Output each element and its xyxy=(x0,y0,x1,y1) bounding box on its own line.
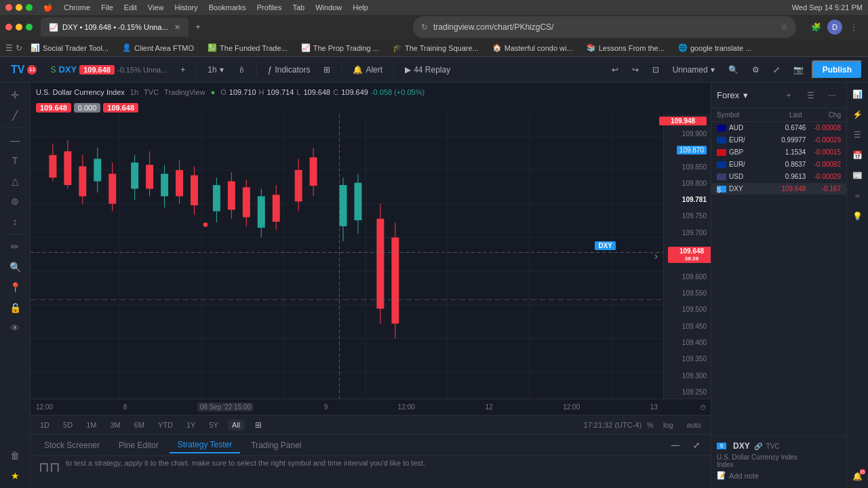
tab-close-icon[interactable]: ✕ xyxy=(174,23,180,32)
chrome-minimize[interactable] xyxy=(16,24,22,30)
symbol-selector[interactable]: S DXY 109.648 -0.15% Unna... xyxy=(45,62,172,77)
log-button[interactable]: log xyxy=(659,420,677,430)
dxy-link-icon[interactable]: 🔗 xyxy=(754,443,762,450)
trash-tool[interactable]: 🗑 xyxy=(4,446,26,465)
timeframe-all[interactable]: All xyxy=(228,420,244,430)
add-symbol-button[interactable]: + xyxy=(175,62,191,77)
watchlist-row-eur1[interactable]: EUR/ 0.99977 -0.00029 xyxy=(711,134,846,146)
magnet-tool[interactable]: 📍 xyxy=(4,278,26,297)
publish-button[interactable]: Publish xyxy=(812,60,863,79)
watchlist-row-dxy[interactable]: $ DXY 109.648 -0.167 xyxy=(711,183,846,195)
watchlist-edge-icon[interactable]: ☰ xyxy=(849,126,867,144)
watchlist-row-eur2[interactable]: EUR/ 0.8637 -0.00082 xyxy=(711,159,846,171)
trend-line-tool[interactable]: ╱ xyxy=(4,106,26,125)
alert-button[interactable]: 🔔 Alert xyxy=(347,62,388,77)
timeframe-6m[interactable]: 6M xyxy=(130,420,149,430)
menu-window[interactable]: Window xyxy=(315,3,342,12)
expand-button[interactable]: ⤢ xyxy=(768,62,785,77)
menu-bookmarks[interactable]: Bookmarks xyxy=(209,3,246,12)
bookmark-social-trader[interactable]: 📊 Social Trader Tool... xyxy=(25,42,114,54)
menu-file[interactable]: File xyxy=(101,3,113,12)
bookmark-funded-trade[interactable]: 💹 The Funded Trade... xyxy=(202,42,293,54)
bookmark-prop-trading[interactable]: 📈 The Prop Trading ... xyxy=(296,42,384,54)
redo-button[interactable]: ↪ xyxy=(627,62,644,77)
time-zone-icon[interactable]: ⏱ xyxy=(700,403,707,411)
timeframe-ytd[interactable]: YTD xyxy=(154,420,177,430)
watchlist-settings-icon[interactable]: ☰ xyxy=(802,87,819,104)
indicators-button[interactable]: ƒ Indicators xyxy=(262,62,316,77)
replay-button[interactable]: ▶ 44 Replay xyxy=(399,62,456,77)
indicators-edge-icon[interactable]: ≈ xyxy=(849,187,867,205)
news-edge-icon[interactable]: 📰 xyxy=(849,167,867,184)
compare-button[interactable]: ⊞ xyxy=(250,418,267,432)
active-tab[interactable]: 📈 DXY • 109.648 • -0.15% Unna... ✕ xyxy=(41,18,189,37)
lock-tool[interactable]: 🔒 xyxy=(4,298,26,317)
chart-canvas[interactable]: DXY › xyxy=(31,114,663,399)
alerts-edge-icon[interactable]: 🔔 35 xyxy=(849,468,867,485)
menu-tab[interactable]: Tab xyxy=(292,3,304,12)
expand-chart-button[interactable]: › xyxy=(654,250,658,262)
auto-button[interactable]: auto xyxy=(683,420,705,430)
chrome-extensions-icon[interactable]: 🧩 xyxy=(807,18,825,36)
timeframe-1d[interactable]: 1D xyxy=(36,420,54,430)
fullscreen-button[interactable]: ⊡ xyxy=(647,62,665,77)
undo-button[interactable]: ↩ xyxy=(606,62,624,77)
tab-stock-screener[interactable]: Stock Screener xyxy=(36,438,108,453)
add-note-button[interactable]: 📝 Add note xyxy=(717,468,841,483)
close-window-button[interactable] xyxy=(5,4,12,11)
forex-dropdown-icon[interactable]: ▾ xyxy=(743,90,748,100)
chart-type-button[interactable]: 🕯 xyxy=(232,62,251,77)
chrome-close[interactable] xyxy=(5,24,12,30)
chrome-maximize[interactable] xyxy=(26,24,33,30)
menu-chrome[interactable]: Chrome xyxy=(64,3,90,12)
timeframe-selector[interactable]: 1h ▾ xyxy=(202,62,229,77)
address-bar[interactable]: ↻ tradingview.com/chart/PKhizgCS/ ☆ xyxy=(413,16,796,38)
zoom-tool[interactable]: 🔍 xyxy=(4,258,26,277)
bookmark-icon[interactable]: ☆ xyxy=(781,22,788,32)
timeframe-5y[interactable]: 5Y xyxy=(205,420,222,430)
timeframe-1y[interactable]: 1Y xyxy=(182,420,199,430)
minimize-panel-button[interactable]: — xyxy=(666,438,685,453)
apple-menu[interactable]: 🍎 xyxy=(43,3,53,12)
watchlist-row-usd[interactable]: USD 0.9613 -0.00029 xyxy=(711,171,846,183)
tab-trading-panel[interactable]: Trading Panel xyxy=(243,438,309,453)
expand-panel-button[interactable]: ⤢ xyxy=(688,438,705,453)
camera-button[interactable]: 📷 xyxy=(788,62,809,77)
arrow-tool[interactable]: ↕ xyxy=(4,212,26,231)
watchlist-row-gbp[interactable]: GBP 1.1534 -0.00015 xyxy=(711,146,846,159)
menu-view[interactable]: View xyxy=(148,3,164,12)
text-tool[interactable]: T xyxy=(4,151,26,170)
settings-button[interactable]: ⚙ xyxy=(747,62,765,77)
horizontal-line-tool[interactable]: — xyxy=(4,131,26,150)
timeframe-3m[interactable]: 3M xyxy=(106,420,124,430)
chrome-window-controls[interactable] xyxy=(5,24,33,30)
window-controls[interactable] xyxy=(5,4,33,11)
menu-history[interactable]: History xyxy=(174,3,197,12)
bookmark-lessons[interactable]: 📚 Lessons From the... xyxy=(581,42,670,54)
url-text[interactable]: tradingview.com/chart/PKhizgCS/ xyxy=(433,22,775,32)
fibonacci-tool[interactable]: ⊚ xyxy=(4,192,26,211)
menu-edit[interactable]: Edit xyxy=(124,3,137,12)
bookmark-training-square[interactable]: 🎓 The Training Square... xyxy=(387,42,484,54)
chrome-profile-icon[interactable]: D xyxy=(827,20,842,35)
templates-button[interactable]: ⊞ xyxy=(318,62,336,77)
layout-button[interactable]: Unnamed ▾ xyxy=(667,62,720,77)
bookmark-google-translate[interactable]: 🌐 google translate ... xyxy=(673,42,757,54)
calendar-edge-icon[interactable]: 📅 xyxy=(849,146,867,164)
measure-tool[interactable]: ✏ xyxy=(4,237,26,256)
watchlist-row-aud[interactable]: AUD 0.6746 -0.00008 xyxy=(711,122,846,134)
menu-help[interactable]: Help xyxy=(353,3,368,12)
search-button[interactable]: 🔍 xyxy=(723,62,744,77)
tab-strategy-tester[interactable]: Strategy Tester xyxy=(170,437,240,453)
ideas-edge-icon[interactable]: 💡 xyxy=(849,207,867,225)
favorite-tool[interactable]: ★ xyxy=(4,466,26,485)
cursor-tool[interactable]: ✛ xyxy=(4,85,26,104)
chrome-menu-icon[interactable]: ⋮ xyxy=(845,18,863,36)
watchlist-more-icon[interactable]: ⋯ xyxy=(823,87,841,104)
tab-pine-editor[interactable]: Pine Editor xyxy=(111,438,167,453)
bookmark-client-area[interactable]: 👤 Client Area FTMO xyxy=(117,42,199,54)
timeframe-5d[interactable]: 5D xyxy=(59,420,77,430)
new-tab-button[interactable]: + xyxy=(191,21,204,33)
bookmark-condo[interactable]: 🏠 Masterful condo wi... xyxy=(487,42,578,54)
minimize-window-button[interactable] xyxy=(16,4,22,11)
